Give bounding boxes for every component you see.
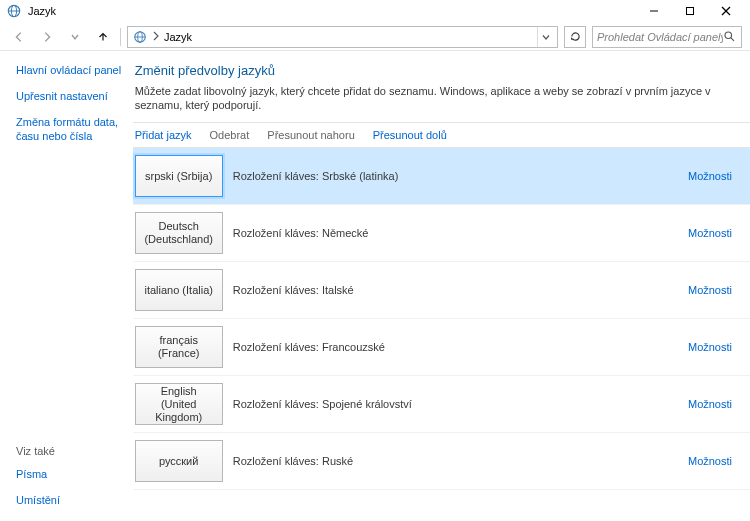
- svg-point-10: [725, 32, 732, 39]
- recent-locations-button[interactable]: [64, 26, 86, 48]
- keyboard-layout: Rozložení kláves: Italské: [233, 284, 688, 296]
- separator: [120, 28, 121, 46]
- language-tile[interactable]: srpski (Srbija): [135, 155, 223, 197]
- search-icon: [723, 30, 737, 44]
- options-link[interactable]: Možnosti: [688, 455, 732, 467]
- options-link[interactable]: Možnosti: [688, 341, 732, 353]
- svg-rect-4: [687, 8, 694, 15]
- language-tile[interactable]: English (United Kingdom): [135, 383, 223, 425]
- svg-line-11: [731, 37, 734, 40]
- address-dropdown[interactable]: [537, 27, 553, 47]
- forward-button[interactable]: [36, 26, 58, 48]
- options-link[interactable]: Možnosti: [688, 227, 732, 239]
- language-row[interactable]: русский Rozložení kláves: Ruské Možnosti: [133, 433, 750, 490]
- search-input[interactable]: Prohledat Ovládací panely: [592, 26, 742, 48]
- language-tile[interactable]: français (France): [135, 326, 223, 368]
- language-row[interactable]: français (France) Rozložení kláves: Fran…: [133, 319, 750, 376]
- refresh-button[interactable]: [564, 26, 586, 48]
- svg-point-1: [11, 5, 16, 16]
- keyboard-layout: Rozložení kláves: Německé: [233, 227, 688, 239]
- language-toolbar: Přidat jazyk Odebrat Přesunout nahoru Př…: [133, 122, 750, 148]
- svg-line-6: [722, 7, 730, 15]
- language-tile[interactable]: italiano (Italia): [135, 269, 223, 311]
- keyboard-layout: Rozložení kláves: Ruské: [233, 455, 688, 467]
- address-box[interactable]: Jazyk: [127, 26, 558, 48]
- address-bar: Jazyk Prohledat Ovládací panely: [0, 22, 750, 50]
- options-link[interactable]: Možnosti: [688, 170, 732, 182]
- language-tile[interactable]: русский: [135, 440, 223, 482]
- keyboard-layout: Rozložení kláves: Srbské (latinka): [233, 170, 688, 182]
- keyboard-layout: Rozložení kláves: Francouzské: [233, 341, 688, 353]
- sidebar-item-fonts[interactable]: Písma: [16, 467, 123, 481]
- see-also-heading: Viz také: [16, 445, 123, 457]
- up-button[interactable]: [92, 26, 114, 48]
- add-language-button[interactable]: Přidat jazyk: [135, 129, 192, 141]
- chevron-right-icon: [152, 31, 160, 43]
- language-row[interactable]: Deutsch (Deutschland) Rozložení kláves: …: [133, 205, 750, 262]
- remove-language-button[interactable]: Odebrat: [210, 129, 250, 141]
- language-list: srpski (Srbija) Rozložení kláves: Srbské…: [133, 148, 750, 521]
- window-title: Jazyk: [28, 5, 56, 17]
- globe-icon: [132, 29, 148, 45]
- sidebar-item-advanced[interactable]: Upřesnit nastavení: [16, 89, 123, 103]
- minimize-button[interactable]: [636, 0, 672, 22]
- globe-icon: [6, 3, 22, 19]
- sidebar-item-location[interactable]: Umístění: [16, 493, 123, 507]
- breadcrumb[interactable]: Jazyk: [164, 31, 537, 43]
- search-placeholder: Prohledat Ovládací panely: [597, 31, 723, 43]
- move-down-button[interactable]: Přesunout dolů: [373, 129, 447, 141]
- sidebar: Hlavní ovládací panel Upřesnit nastavení…: [0, 51, 133, 521]
- sidebar-item-home[interactable]: Hlavní ovládací panel: [16, 63, 123, 77]
- svg-point-0: [8, 5, 19, 16]
- options-link[interactable]: Možnosti: [688, 284, 732, 296]
- svg-line-5: [722, 7, 730, 15]
- page-title: Změnit předvolby jazyků: [133, 51, 750, 84]
- svg-point-8: [138, 31, 143, 42]
- svg-point-7: [135, 31, 146, 42]
- options-link[interactable]: Možnosti: [688, 398, 732, 410]
- page-description: Můžete zadat libovolný jazyk, který chce…: [133, 84, 750, 122]
- back-button[interactable]: [8, 26, 30, 48]
- language-tile[interactable]: Deutsch (Deutschland): [135, 212, 223, 254]
- main-content: Změnit předvolby jazyků Můžete zadat lib…: [133, 51, 750, 521]
- close-button[interactable]: [708, 0, 744, 22]
- language-row[interactable]: italiano (Italia) Rozložení kláves: Ital…: [133, 262, 750, 319]
- keyboard-layout: Rozložení kláves: Spojené království: [233, 398, 688, 410]
- sidebar-item-date-format[interactable]: Změna formátu data, času nebo čísla: [16, 115, 123, 143]
- maximize-button[interactable]: [672, 0, 708, 22]
- titlebar: Jazyk: [0, 0, 750, 22]
- language-row[interactable]: English (United Kingdom) Rozložení kláve…: [133, 376, 750, 433]
- language-row[interactable]: srpski (Srbija) Rozložení kláves: Srbské…: [133, 148, 750, 205]
- move-up-button[interactable]: Přesunout nahoru: [267, 129, 354, 141]
